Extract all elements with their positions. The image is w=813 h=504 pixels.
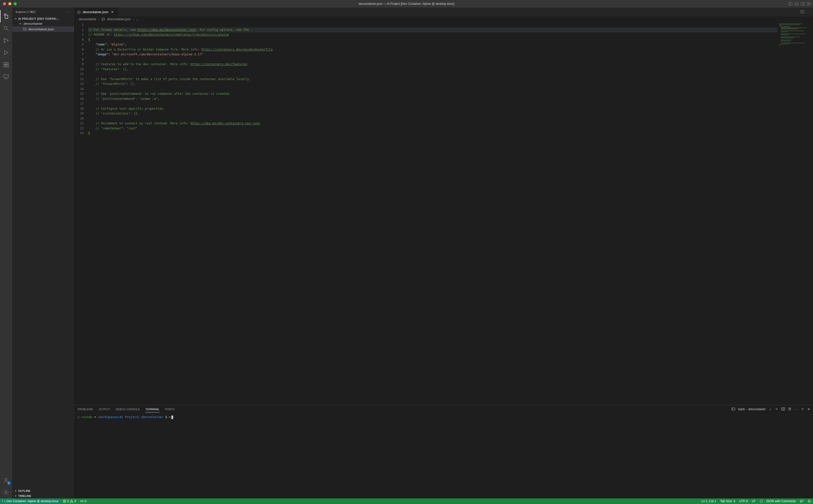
tab-label: devcontainer.json: [83, 10, 108, 14]
chevron-right-icon: [14, 489, 17, 492]
svg-rect-25: [732, 408, 735, 410]
run-debug-activity-icon[interactable]: [0, 47, 12, 59]
feedback-icon[interactable]: [798, 498, 805, 504]
editor-tabs: {} devcontainer.json ✕ ···: [74, 8, 813, 16]
accounts-badge: 1: [7, 481, 11, 485]
maximize-panel-icon[interactable]: [801, 407, 804, 411]
line-numbers: 1234567891011121314151617181920212223: [74, 22, 88, 405]
editor-body[interactable]: 1234567891011121314151617181920212223 //…: [74, 22, 813, 405]
editor-more-icon[interactable]: ···: [807, 10, 811, 14]
toggle-secondary-sidebar-icon[interactable]: [800, 2, 805, 6]
panel-tab-debug-console[interactable]: DEBUG CONSOLE: [116, 406, 140, 412]
minimap[interactable]: [778, 22, 813, 405]
maximize-window-button[interactable]: [14, 2, 17, 5]
chevron-right-icon: ›: [98, 17, 99, 21]
tab-size[interactable]: Tab Size: 4: [718, 498, 737, 504]
vscode-window: devcontainer.json — Ai Project [Dev Cont…: [0, 0, 813, 504]
terminal-name[interactable]: bash - .devcontainer: [738, 407, 766, 411]
remote-explorer-activity-icon[interactable]: [0, 71, 12, 83]
split-terminal-icon[interactable]: [781, 407, 785, 411]
svg-rect-2: [795, 3, 798, 5]
close-tab-icon[interactable]: ✕: [110, 10, 115, 14]
new-terminal-icon[interactable]: ＋: [769, 407, 772, 411]
chevron-down-icon: [14, 17, 17, 20]
sidebar: Explorer (⇧⌘E) ··· AI PROJECT [DEV CONTA…: [12, 8, 74, 498]
panel-tab-output[interactable]: OUTPUT: [99, 406, 110, 412]
settings-gear-icon[interactable]: [0, 486, 12, 498]
panel-tab-problems[interactable]: PROBLEMS: [78, 406, 93, 412]
breadcrumb-folder[interactable]: .devcontainer: [78, 17, 96, 21]
svg-point-21: [5, 478, 7, 480]
close-panel-icon[interactable]: ✕: [807, 407, 810, 411]
editor-group: {} devcontainer.json ✕ ··· .devcontainer…: [74, 8, 813, 498]
eol[interactable]: LF: [750, 498, 757, 504]
encoding[interactable]: UTF-8: [737, 498, 750, 504]
kill-terminal-icon[interactable]: [788, 407, 792, 411]
svg-rect-16: [6, 65, 8, 67]
file-devcontainer-json[interactable]: {} devcontainer.json: [12, 26, 74, 32]
svg-point-33: [81, 501, 82, 502]
chevron-down-icon: [19, 22, 22, 25]
terminal-profile-icon[interactable]: [732, 407, 735, 411]
project-root[interactable]: AI PROJECT [DEV CONTAI…: [12, 16, 74, 21]
notifications-icon[interactable]: [805, 498, 813, 504]
timeline-section[interactable]: TIMELINE: [12, 493, 74, 498]
remote-indicator[interactable]: Dev Container: Alpine @ desktop-linux: [0, 498, 61, 504]
svg-rect-6: [807, 3, 809, 5]
split-editor-icon[interactable]: [800, 10, 804, 14]
svg-point-11: [4, 41, 5, 43]
explorer-activity-icon[interactable]: [0, 10, 12, 22]
code-content[interactable]: // For format details, see https://aka.m…: [88, 22, 778, 405]
folder-devcontainer[interactable]: .devcontainer: [12, 21, 74, 26]
outline-section[interactable]: OUTLINE: [12, 488, 74, 493]
svg-point-10: [4, 38, 5, 40]
breadcrumb-tail[interactable]: …: [136, 17, 139, 21]
remote-label: Dev Container: Alpine @ desktop-linux: [7, 499, 59, 503]
source-control-activity-icon[interactable]: [0, 34, 12, 47]
folder-label: .devcontainer: [23, 22, 42, 26]
close-window-button[interactable]: [3, 2, 6, 5]
svg-marker-13: [5, 51, 8, 55]
svg-point-8: [4, 26, 7, 29]
outline-label: OUTLINE: [18, 489, 30, 492]
panel-tab-terminal[interactable]: TERMINAL: [145, 406, 160, 413]
json-file-icon: {}: [101, 17, 105, 21]
svg-point-22: [5, 492, 7, 493]
titlebar: devcontainer.json — Ai Project [Dev Cont…: [0, 0, 813, 8]
activity-bar: 1: [0, 8, 12, 498]
sidebar-header: Explorer (⇧⌘E) ···: [12, 8, 74, 16]
sidebar-more-icon[interactable]: ···: [66, 11, 69, 14]
ports-status[interactable]: 0: [78, 498, 88, 504]
terminal-cursor: [171, 416, 173, 419]
json-file-icon: {}: [23, 27, 27, 31]
json-file-icon: {}: [77, 10, 81, 14]
svg-point-12: [7, 40, 8, 41]
traffic-lights: [0, 2, 17, 5]
toggle-panel-icon[interactable]: [794, 2, 799, 6]
terminal-body[interactable]: ○ vscode ➜ /workspaces/Ai Project/.devco…: [74, 413, 813, 498]
customize-layout-icon[interactable]: [806, 2, 811, 6]
search-activity-icon[interactable]: [0, 22, 12, 34]
project-root-label: AI PROJECT [DEV CONTAI…: [18, 17, 59, 20]
panel-more-icon[interactable]: ···: [795, 407, 798, 411]
panel-tab-ports[interactable]: PORTS: [165, 406, 175, 412]
extensions-activity-icon[interactable]: [0, 59, 12, 71]
window-title: devcontainer.json — Ai Project [Dev Cont…: [359, 2, 454, 6]
terminal-dropdown-icon[interactable]: [775, 407, 778, 411]
cursor-position[interactable]: Ln 1, Col 1: [699, 498, 718, 504]
file-label: devcontainer.json: [28, 27, 54, 31]
svg-rect-0: [789, 3, 792, 5]
accounts-icon[interactable]: 1: [0, 474, 12, 486]
status-bar: Dev Container: Alpine @ desktop-linux 0 …: [0, 498, 813, 504]
timeline-label: TIMELINE: [18, 494, 31, 497]
language-mode[interactable]: {} JSON with Comments: [757, 498, 798, 504]
sidebar-title: Explorer (⇧⌘E): [16, 10, 36, 14]
tab-devcontainer-json[interactable]: {} devcontainer.json ✕: [74, 8, 118, 16]
breadcrumb[interactable]: .devcontainer › {} devcontainer.json › …: [74, 16, 813, 22]
breadcrumb-file[interactable]: devcontainer.json: [107, 17, 131, 21]
minimize-window-button[interactable]: [8, 2, 11, 5]
svg-line-9: [7, 29, 8, 31]
problems-status[interactable]: 0 0: [61, 498, 78, 504]
toggle-primary-sidebar-icon[interactable]: [788, 2, 793, 6]
chevron-right-icon: [14, 494, 17, 497]
